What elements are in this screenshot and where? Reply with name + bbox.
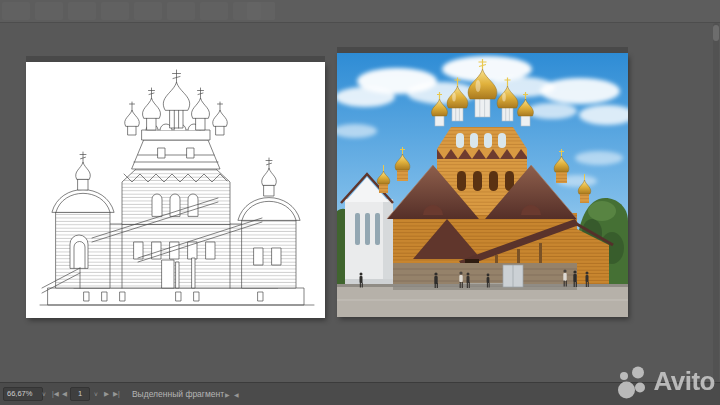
toolbar-button[interactable] — [134, 2, 162, 20]
scrollbar-thumb[interactable] — [713, 25, 719, 41]
status-flyout-icon[interactable]: ▶ — [225, 391, 230, 399]
first-artboard-icon[interactable]: |◀ — [52, 390, 59, 398]
zoom-level-field[interactable]: 66,67% — [3, 387, 43, 401]
vertical-scrollbar[interactable] — [713, 23, 719, 382]
next-artboard-icon[interactable]: ▶ — [104, 390, 109, 398]
church-line-drawing — [26, 62, 325, 318]
toolbar-button[interactable] — [68, 2, 96, 20]
prev-artboard-icon[interactable]: ◀ — [62, 390, 67, 398]
app-window: 66,67% ˅ |◀ ◀ 1 ˅ ▶ ▶| Выделенный фрагме… — [0, 0, 720, 405]
toolbar-button[interactable] — [101, 2, 129, 20]
chevron-down-icon[interactable]: ˅ — [94, 391, 98, 399]
toolbar-button[interactable] — [35, 2, 63, 20]
status-flyout-icon[interactable]: ◀ — [234, 391, 239, 399]
photo-image[interactable] — [337, 53, 628, 317]
status-text: Выделенный фрагмент — [132, 389, 224, 399]
church-photo — [337, 53, 628, 317]
line-drawing-artboard[interactable] — [26, 62, 325, 318]
toolbar-button[interactable] — [200, 2, 228, 20]
avito-logo-icon — [616, 364, 650, 400]
status-bar: 66,67% ˅ |◀ ◀ 1 ˅ ▶ ▶| Выделенный фрагме… — [0, 382, 720, 405]
toolbar-button[interactable] — [2, 2, 30, 20]
last-artboard-icon[interactable]: ▶| — [113, 390, 120, 398]
toolbar-button[interactable] — [167, 2, 195, 20]
artboard-number-field[interactable]: 1 — [70, 387, 90, 401]
chevron-down-icon[interactable]: ˅ — [42, 391, 46, 399]
toolbar-button[interactable] — [247, 2, 275, 20]
top-toolbar — [0, 0, 720, 23]
avito-watermark: Avito — [616, 364, 715, 400]
avito-brand-text: Avito — [653, 368, 715, 396]
